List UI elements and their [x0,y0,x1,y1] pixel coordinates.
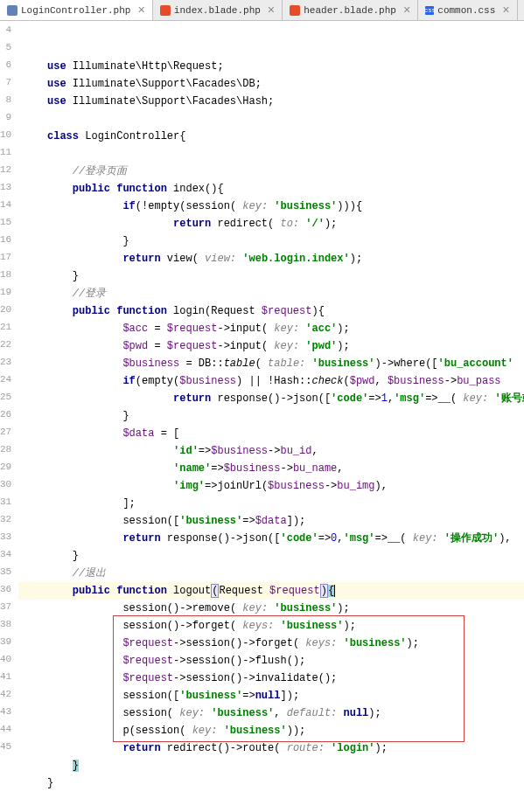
code-line[interactable] [18,145,524,163]
code-line[interactable]: use Illuminate\Support\Facades\DB; [18,75,524,93]
line-number: 41 [0,668,11,685]
line-number: 19 [0,283,11,301]
close-icon[interactable]: × [137,3,144,17]
tab-label: header.blade.php [304,5,396,16]
code-line[interactable]: return redirect( to: '/'); [18,215,524,232]
code-line[interactable] [18,110,524,128]
code-line[interactable]: session( key: 'business', default: null)… [18,704,524,722]
code-editor[interactable]: 4567891011121314151617181920212223242526… [0,21,524,792]
line-number: 6 [0,56,11,73]
line-number: 8 [0,91,11,108]
line-number: 43 [0,703,11,720]
code-line[interactable]: public function index(){ [18,180,524,198]
line-number-gutter: 4567891011121314151617181920212223242526… [0,21,18,792]
code-line[interactable]: 'name'=>$business->bu_name, [18,460,524,477]
line-number: 31 [0,493,11,510]
line-number: 30 [0,475,11,493]
line-number: 33 [0,528,11,545]
line-number: 18 [0,266,11,283]
line-number: 26 [0,406,11,423]
line-number: 45 [0,738,11,755]
line-number: 27 [0,423,11,441]
code-line[interactable]: use Illuminate\Http\Request; [18,58,524,75]
line-number: 5 [0,38,11,56]
line-number: 7 [0,73,11,91]
code-line[interactable]: } [18,774,524,792]
code-line[interactable]: } [18,267,524,285]
line-number: 12 [0,161,11,178]
code-line[interactable]: session(['business'=>$data]); [18,512,524,530]
tab-LoginController-php[interactable]: LoginController.php× [0,0,153,20]
code-line[interactable]: $business = DB::table( table: 'business'… [18,355,524,372]
code-line[interactable]: session(['business'=>null]); [18,687,524,704]
line-number: 40 [0,650,11,668]
line-number: 15 [0,213,11,231]
code-line[interactable]: class LoginController{ [18,128,524,145]
code-line[interactable]: if(empty($business) || !Hash::check($pwd… [18,372,524,390]
line-number: 38 [0,615,11,633]
code-line[interactable]: public function login(Request $request){ [18,302,524,320]
line-number: 9 [0,108,11,126]
code-line[interactable]: $data = [ [18,425,524,442]
close-icon[interactable]: × [502,3,509,17]
code-line[interactable]: if(!empty(session( key: 'business'))){ [18,198,524,215]
code-line[interactable]: //登录页面 [18,163,524,180]
line-number: 32 [0,510,11,528]
code-line[interactable]: return view( view: 'web.login.index'); [18,250,524,267]
code-line[interactable]: public function logout(Request $request)… [18,582,524,600]
code-line[interactable]: //登录 [18,285,524,302]
line-number: 22 [0,336,11,353]
editor-tabs: LoginController.php×index.blade.php×head… [0,0,524,21]
line-number: 44 [0,720,11,738]
php-file-icon [7,5,17,16]
tab-label: index.blade.php [174,5,261,16]
line-number: 34 [0,545,11,563]
code-line[interactable]: return response()->json(['code'=>1,'msg'… [18,390,524,407]
code-line[interactable]: 'id'=>$business->bu_id, [18,442,524,460]
line-number: 35 [0,563,11,580]
code-line[interactable]: return redirect()->route( route: 'login'… [18,739,524,757]
tab-header-blade-php[interactable]: header.blade.php× [283,0,418,20]
tab-index-blade-php[interactable]: index.blade.php× [153,0,283,20]
line-number: 14 [0,196,11,213]
line-number: 20 [0,301,11,318]
line-number: 16 [0,231,11,248]
code-area[interactable]: use Illuminate\Http\Request; use Illumin… [18,21,524,792]
css-file-icon: css [425,6,434,15]
blade-file-icon [160,5,171,16]
code-line[interactable]: } [18,407,524,425]
code-line[interactable]: session()->remove( key: 'business'); [18,600,524,617]
code-line[interactable]: } [18,757,524,774]
code-line[interactable]: $request->session()->forget( keys: 'busi… [18,635,524,652]
code-line[interactable]: } [18,547,524,565]
line-number: 28 [0,441,11,458]
line-number: 29 [0,458,11,475]
line-number: 4 [0,21,11,38]
code-line[interactable]: //退出 [18,565,524,582]
code-line[interactable]: return response()->json(['code'=>0,'msg'… [18,530,524,547]
code-line[interactable]: $request->session()->invalidate(); [18,670,524,687]
line-number: 25 [0,388,11,406]
line-number: 21 [0,318,11,336]
close-icon[interactable]: × [268,3,275,17]
code-line[interactable]: $pwd = $request->input( key: 'pwd'); [18,337,524,355]
code-line[interactable]: use Illuminate\Support\Facades\Hash; [18,93,524,110]
code-line[interactable]: } [18,232,524,250]
line-number: 17 [0,248,11,266]
tab-label: LoginController.php [21,5,130,16]
tab-common-css[interactable]: csscommon.css× [418,0,517,20]
line-number: 13 [0,178,11,196]
code-line[interactable]: ]; [18,495,524,512]
line-number: 42 [0,685,11,703]
code-line[interactable]: $acc = $request->input( key: 'acc'); [18,320,524,337]
code-line[interactable]: 'img'=>joinUrl($business->bu_img), [18,477,524,495]
line-number: 39 [0,633,11,650]
tab-label: common.css [437,5,495,16]
line-number: 24 [0,371,11,388]
line-number: 10 [0,126,11,143]
close-icon[interactable]: × [403,3,410,17]
line-number: 23 [0,353,11,371]
code-line[interactable]: session()->forget( keys: 'business'); [18,617,524,635]
code-line[interactable]: $request->session()->flush(); [18,652,524,670]
code-line[interactable]: p(session( key: 'business')); [18,722,524,739]
